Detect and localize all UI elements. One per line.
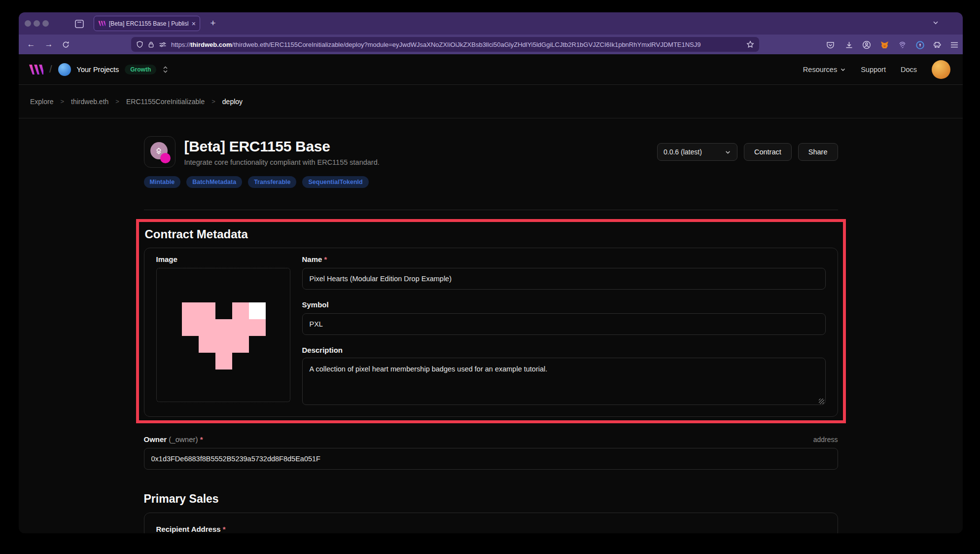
page-content: / Your Projects Growth Resources Support… [19, 54, 963, 533]
owner-address-input[interactable] [144, 448, 838, 470]
pocket-icon[interactable] [825, 40, 835, 50]
description-label: Description [302, 346, 826, 355]
downloads-icon[interactable] [844, 40, 854, 50]
image-upload-dropzone[interactable] [156, 268, 290, 402]
nav-docs[interactable]: Docs [901, 66, 917, 74]
tag-mintable[interactable]: Mintable [144, 176, 181, 188]
owner-field-block: Owner (_owner) * address [144, 435, 838, 470]
textarea-resize-grip[interactable] [819, 399, 824, 404]
required-asterisk: * [324, 255, 327, 263]
lock-icon[interactable] [148, 41, 154, 48]
breadcrumb-publisher[interactable]: thirdweb.eth [71, 98, 108, 106]
breadcrumb-separator: > [115, 98, 119, 105]
contract-hero: [Beta] ERC1155 Base Integrate core funct… [144, 136, 838, 168]
breadcrumb-separator: > [60, 98, 64, 105]
image-label: Image [156, 255, 290, 264]
recipient-address-label: Recipient Address * [156, 525, 826, 533]
url-text: https://thirdweb.com/thirdweb.eth/ERC115… [171, 41, 742, 48]
user-avatar[interactable] [932, 60, 950, 79]
breadcrumb-explore[interactable]: Explore [30, 98, 53, 106]
owner-type-hint: address [813, 436, 838, 443]
thirdweb-favicon [98, 20, 105, 27]
project-avatar[interactable] [58, 63, 71, 76]
browser-toolbar: ← → https://thirdweb.com/thirdweb.eth/ER… [19, 35, 963, 54]
page-subtitle: Integrate core functionality compliant w… [184, 158, 380, 166]
menu-hamburger-icon[interactable] [949, 40, 959, 50]
window-close-button[interactable] [25, 20, 31, 27]
site-header: / Your Projects Growth Resources Support… [19, 54, 963, 85]
password-manager-extension-icon[interactable] [915, 40, 925, 50]
thirdweb-logo[interactable] [29, 64, 43, 75]
browser-tab[interactable]: [Beta] ERC1155 Base | Publishe × [94, 16, 200, 31]
new-tab-button[interactable]: + [206, 16, 220, 30]
plan-badge: Growth [125, 65, 156, 74]
primary-sales-title: Primary Sales [144, 492, 838, 506]
contract-button[interactable]: Contract [744, 143, 792, 161]
breadcrumb-contract[interactable]: ERC1155CoreInitializable [126, 98, 205, 106]
tag-batchmetadata[interactable]: BatchMetadata [186, 176, 242, 188]
chevron-down-icon [840, 67, 846, 73]
account-icon[interactable] [862, 40, 872, 50]
forward-button[interactable]: → [42, 38, 55, 51]
version-value: 0.0.6 (latest) [664, 148, 725, 156]
fingerprint-extension-icon[interactable] [897, 40, 907, 50]
symbol-label: Symbol [302, 300, 826, 309]
nav-support[interactable]: Support [861, 66, 886, 74]
window-minimize-button[interactable] [34, 20, 40, 27]
owner-label: Owner (_owner) * [144, 435, 203, 444]
project-name[interactable]: Your Projects [77, 66, 119, 74]
tab-title: [Beta] ERC1155 Base | Publishe [109, 20, 188, 27]
page-title: [Beta] ERC1155 Base [184, 138, 380, 155]
firefox-view-icon[interactable] [74, 18, 85, 29]
extension-tags: Mintable BatchMetadata Transferable Sequ… [144, 176, 838, 188]
section-divider [144, 210, 838, 210]
required-asterisk: * [223, 525, 226, 533]
bookmark-star-icon[interactable] [746, 40, 754, 48]
contract-icon [144, 136, 175, 168]
contract-metadata-title: Contract Metadata [144, 227, 838, 242]
contract-icon-dot [160, 153, 171, 163]
chevron-down-icon [725, 149, 731, 155]
contract-metadata-card: Image Name * Symbol Description A collec… [144, 248, 838, 417]
tag-sequentialtokenid[interactable]: SequentialTokenId [302, 176, 368, 188]
tag-transferable[interactable]: Transferable [248, 176, 296, 188]
nav-resources[interactable]: Resources [803, 66, 846, 74]
browser-window: [Beta] ERC1155 Base | Publishe × + ← → [19, 12, 963, 533]
highlighted-region: Contract Metadata Image Name * Symbol De… [136, 219, 846, 423]
extensions-puzzle-icon[interactable] [933, 40, 943, 50]
back-button[interactable]: ← [25, 38, 37, 51]
tracking-shield-icon[interactable] [136, 40, 143, 48]
tab-close-icon[interactable]: × [192, 20, 196, 27]
header-slash-divider: / [49, 64, 52, 75]
url-bar[interactable]: https://thirdweb.com/thirdweb.eth/ERC115… [131, 37, 759, 52]
name-input[interactable] [302, 268, 826, 290]
reload-button[interactable] [59, 38, 72, 51]
primary-sales-card: Recipient Address * [144, 513, 838, 533]
breadcrumb: Explore > thirdweb.eth > ERC1155CoreInit… [19, 85, 963, 118]
version-select[interactable]: 0.0.6 (latest) [657, 143, 737, 161]
pixel-heart [182, 302, 266, 369]
name-label: Name * [302, 255, 826, 264]
list-tabs-chevron-icon[interactable] [932, 19, 939, 26]
description-textarea[interactable]: A collection of pixel heart membership b… [302, 358, 826, 405]
share-button[interactable]: Share [798, 143, 838, 161]
permissions-icon[interactable] [159, 41, 167, 48]
browser-tab-strip: [Beta] ERC1155 Base | Publishe × + [19, 12, 963, 35]
project-switcher-icon[interactable] [162, 66, 169, 74]
breadcrumb-separator: > [211, 98, 215, 105]
metamask-extension-icon[interactable] [879, 40, 889, 50]
symbol-input[interactable] [302, 313, 826, 335]
breadcrumb-deploy: deploy [222, 98, 243, 106]
window-zoom-button[interactable] [42, 20, 49, 27]
required-asterisk: * [200, 435, 203, 443]
